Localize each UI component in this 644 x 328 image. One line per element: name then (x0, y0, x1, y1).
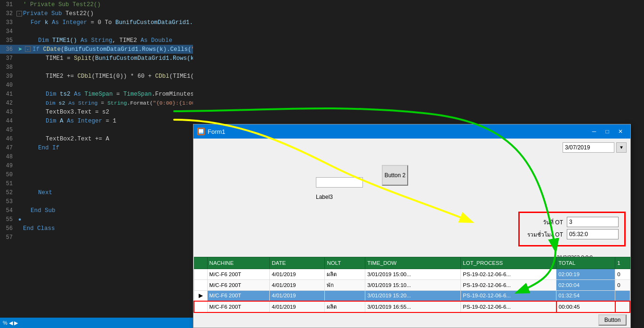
table-row[interactable]: M/C-F6 200T 4/01/2019 ผลิต 3/01/2019 15:… (194, 269, 630, 280)
col-header-extra: 1 (615, 257, 630, 269)
cell-date: 4/01/2019 (270, 291, 325, 301)
cell-extra: 0 (615, 280, 630, 291)
line-48: 48 (0, 152, 193, 161)
ot-days-row: วันที่ OT (525, 217, 619, 227)
ot-time-row: รวมชั่วโมง OT (525, 229, 619, 239)
cell-nolt: พัก (325, 280, 365, 291)
cell-total: 02:00:19 (556, 269, 615, 280)
cell-date: 4/01/2019 (270, 301, 325, 312)
cell-nachine: M/C-F6 200T (207, 280, 270, 291)
table-row[interactable]: ▶ M/C-F6 200T 4/01/2019 3/01/2019 15:20.… (194, 291, 630, 301)
datepicker-input[interactable] (563, 142, 614, 153)
row-indicator (194, 269, 207, 280)
row-indicator (194, 301, 207, 312)
cell-lotprocess: PS-19-02-12-06-6... (461, 291, 556, 301)
grid-body: M/C-F6 200T 4/01/2019 ผลิต 3/01/2019 15:… (194, 269, 630, 312)
cell-lotprocess: PS-19-02-12-06-6... (461, 301, 556, 312)
line-56: 56 End Class (0, 224, 193, 233)
cell-timedow: 3/01/2019 15:10... (365, 280, 461, 291)
form-titlebar: Form1 ─ □ ✕ (193, 124, 630, 139)
svg-rect-1 (199, 129, 203, 133)
cell-total: 02:00:04 (556, 280, 615, 291)
ot-time-label: รวมชั่วโมง OT (525, 230, 563, 239)
close-button[interactable]: ✕ (614, 126, 627, 137)
cell-extra (615, 291, 630, 301)
ot-time-input[interactable] (567, 229, 619, 239)
line-39: 39 TIME2 += CDbl(TIME1(0)) * 60 + CDbl(T… (0, 72, 193, 81)
form-title: Form1 (208, 128, 588, 135)
col-header-nachine: NACHINE (207, 257, 270, 269)
cell-nachine: M/C-F6 200T (207, 269, 270, 280)
cell-nolt: ผลิต (325, 301, 365, 312)
line-38: 38 (0, 63, 193, 72)
table-row[interactable]: M/C-F6 200T 4/01/2019 ผลิต 3/01/2019 16:… (194, 301, 630, 312)
grid-header-row: NACHINE DATE NOLT TIME_DOW LOT_PROCESS T… (194, 257, 630, 269)
maximize-button[interactable]: □ (601, 126, 613, 137)
table-row[interactable]: M/C-F6 200T 4/01/2019 พัก 3/01/2019 15:1… (194, 280, 630, 291)
cell-nachine: M/C-F6 200T (207, 301, 270, 312)
status-bar: % ◀ ▶ (0, 318, 193, 328)
line-32: 32 - Private Sub Test22() (0, 9, 193, 18)
grid-table: NACHINE DATE NOLT TIME_DOW LOT_PROCESS T… (193, 257, 630, 313)
line-34: 34 (0, 27, 193, 36)
line-43: 43 TextBox3.Text = s2 (0, 107, 193, 116)
line-42: 42 Dim s2 As String = String.Format("{0:… (0, 98, 193, 107)
col-header-total: TOTAL (556, 257, 615, 269)
cell-total: 00:00:45 (556, 301, 615, 312)
cell-nolt (325, 291, 365, 301)
statusbar-text: % ◀ ▶ (3, 320, 18, 326)
cell-date: 4/01/2019 (270, 269, 325, 280)
svg-rect-2 (199, 133, 203, 134)
datepicker-area: ▼ (563, 142, 627, 153)
cell-timedow: 3/01/2019 15:00... (365, 269, 461, 280)
line-53: 53 (0, 197, 193, 206)
cell-date: 4/01/2019 (270, 280, 325, 291)
line-37: 37 TIME1 = Split(BunifuCustomDataGrid1.R… (0, 54, 193, 63)
ot-days-input[interactable] (567, 217, 619, 227)
line-55: 55● (0, 215, 193, 224)
row-indicator (194, 280, 207, 291)
line-51: 51 (0, 179, 193, 188)
line-46: 46 TextBox2.Text += A (0, 134, 193, 143)
cell-lotprocess: PS-19-02-12-06-6... (461, 280, 556, 291)
line-57: 57 (0, 233, 193, 242)
line-35: 35 Dim TIME1() As String, TIME2 As Doubl… (0, 36, 193, 45)
line-33: 33 For k As Integer = 0 To BunifuCustomD… (0, 18, 193, 27)
datepicker-button[interactable]: ▼ (616, 142, 627, 153)
line-47: 47 End If (0, 143, 193, 152)
line-41: 41 Dim ts2 As TimeSpan = TimeSpan.FromMi… (0, 90, 193, 98)
line-44: 44 Dim A As Integer = 1 (0, 116, 193, 125)
line-52: 52 Next (0, 188, 193, 197)
col-header-nolt: NOLT (325, 257, 365, 269)
code-editor: 31 ' Private Sub Test22() 32 - Private S… (0, 0, 193, 328)
col-header-timedow: TIME_DOW (365, 257, 461, 269)
col-header-date: DATE (270, 257, 325, 269)
row-indicator: ▶ (194, 291, 207, 301)
cell-nachine: M/C-F6 200T (207, 291, 270, 301)
label3: Label3 (316, 194, 333, 200)
data-grid: NACHINE DATE NOLT TIME_DOW LOT_PROCESS T… (193, 257, 630, 328)
window-controls[interactable]: ─ □ ✕ (588, 126, 627, 137)
line-45: 45 (0, 125, 193, 134)
textbox1[interactable] (316, 177, 363, 188)
cell-nolt: ผลิต (325, 269, 365, 280)
cell-extra (615, 301, 630, 312)
col-header-indicator (194, 257, 207, 269)
cell-timedow: 3/01/2019 16:55... (365, 301, 461, 312)
cell-total: 01:32:54 (556, 291, 615, 301)
line-49: 49 (0, 161, 193, 170)
form-icon (197, 128, 205, 135)
line-36: 36 ➤ -If CDate(BunifuCustomDataGrid1.Row… (0, 45, 193, 54)
line-54: 54 End Sub (0, 206, 193, 215)
col-header-lotprocess: LOT_PROCESS (461, 257, 556, 269)
line-50: 50 (0, 170, 193, 179)
cell-extra: 0 (615, 269, 630, 280)
ot-container: วันที่ OT รวมชั่วโมง OT (518, 212, 626, 246)
form-body: ▼ Button 2 Label3 วันที่ OT รวมชั่วโมง O… (193, 139, 630, 328)
bottom-button[interactable]: Button (598, 314, 627, 326)
line-40: 40 (0, 81, 193, 90)
button2[interactable]: Button 2 (382, 165, 408, 186)
minimize-button[interactable]: ─ (588, 126, 600, 137)
line-31: 31 ' Private Sub Test22() (0, 0, 193, 9)
ot-days-label: วันที่ OT (525, 218, 563, 227)
